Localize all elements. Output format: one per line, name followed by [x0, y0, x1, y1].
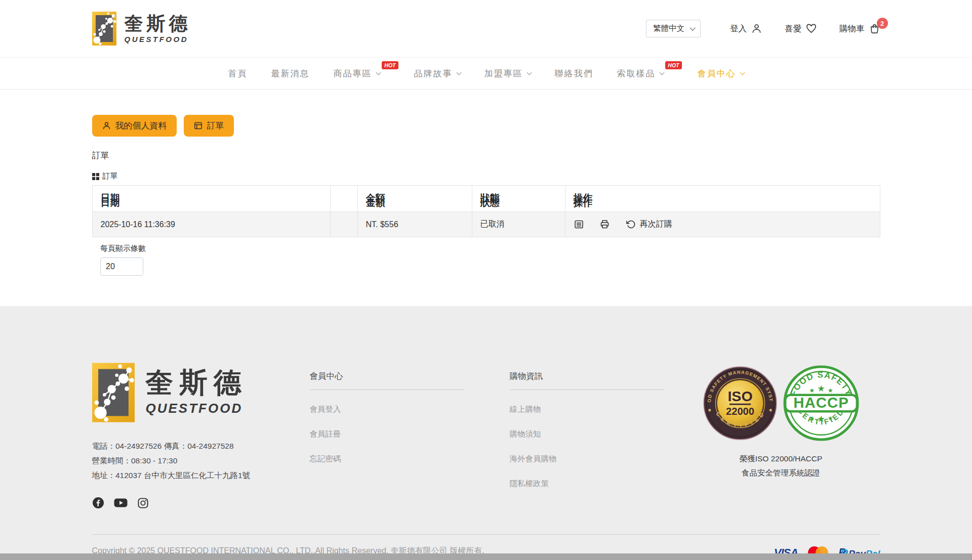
- star-icon: ★: [817, 383, 825, 394]
- footer-company-column: 奎斯德 QUESTFOOD 電話：04-24927526 傳真：04-24927…: [92, 363, 310, 511]
- youtube-icon: [114, 497, 128, 509]
- col-header-amount: 金額 金額: [357, 186, 472, 212]
- chevron-down-icon: [690, 25, 695, 30]
- orders-table: 日期 日期 金額 金額 狀態 狀態 操作 操作: [92, 185, 880, 282]
- contact-hours: 營業時間：08:30 - 17:30: [92, 453, 310, 468]
- order-spacer-cell: [330, 212, 357, 237]
- footer-member-heading: 會員中心: [310, 371, 464, 390]
- login-link[interactable]: 登入: [730, 23, 762, 34]
- chevron-down-icon: [659, 70, 664, 75]
- hot-badge: HOT: [382, 61, 398, 69]
- chevron-down-icon: [740, 70, 745, 75]
- logo-text-zh: 奎斯德: [125, 14, 191, 33]
- contact-address: 地址：412037 台中市大里區仁化工十九路1號: [92, 468, 310, 483]
- youtube-link[interactable]: [114, 497, 128, 511]
- iso22000-badge: FOOD SAFETY MANAGEMENT SYSTEM C E R T I …: [703, 366, 778, 441]
- footer-link-online-shopping[interactable]: 線上購物: [510, 404, 682, 415]
- social-links: [92, 497, 310, 511]
- footer-shopping-column: 購物資訊 線上購物 購物須知 海外會員購物 隱私權政策: [510, 363, 682, 489]
- nav-item-member-center[interactable]: 會員中心: [698, 68, 744, 79]
- order-amount-cell: NT. $556: [357, 212, 472, 237]
- cart-label: 購物車: [839, 23, 865, 34]
- haccp-badge: FOOD SAFETY CERTIFIED ★ ★ ★ HACCP ★ ★ ★: [783, 365, 860, 442]
- star-icon: ★: [809, 415, 815, 422]
- nav-item-franchise[interactable]: 加盟專區: [484, 68, 531, 79]
- footer-logo-text-zh: 奎斯德: [146, 369, 248, 397]
- nav-item-brand-story[interactable]: 品牌故事: [414, 68, 461, 79]
- language-select-value: 繁體中文: [653, 23, 684, 34]
- col-header-actions: 操作 操作: [565, 186, 880, 212]
- cart-count-badge: 2: [877, 18, 888, 29]
- orders-section-label: 訂單: [92, 171, 880, 181]
- per-page-label: 每頁顯示條數: [100, 244, 872, 253]
- footer-link-member-login[interactable]: 會員登入: [310, 404, 510, 415]
- logo-mark-icon: [92, 11, 116, 47]
- order-details-icon: [574, 219, 584, 230]
- orders-table-header-row: 日期 日期 金額 金額 狀態 狀態 操作 操作: [92, 186, 880, 212]
- order-form-icon: [193, 121, 203, 131]
- footer-member-column: 會員中心 會員登入 會員註冊 忘記密碼: [310, 363, 510, 464]
- logo[interactable]: 奎斯德 QUESTFOOD: [92, 11, 191, 47]
- col-header-spacer: [330, 186, 357, 212]
- page-title: 訂單: [92, 150, 880, 161]
- svg-text:HACCP: HACCP: [793, 394, 849, 411]
- col-header-date: 日期 日期: [92, 186, 330, 212]
- nav-item-samples[interactable]: 索取樣品 HOT: [617, 68, 664, 79]
- order-row: 2025-10-16 11:36:39 NT. $556 已取消: [92, 212, 880, 237]
- heart-icon: [805, 23, 817, 34]
- chevron-down-icon: [376, 70, 381, 75]
- rotate-ccw-icon: [625, 219, 636, 230]
- svg-text:22000: 22000: [726, 406, 754, 417]
- nav-item-contact[interactable]: 聯絡我們: [555, 68, 593, 79]
- view-order-button[interactable]: [574, 219, 584, 230]
- printer-icon: [599, 219, 610, 230]
- orders-button[interactable]: 訂單: [184, 115, 234, 137]
- reorder-button[interactable]: 再次訂購: [625, 219, 672, 230]
- star-icon: ★: [817, 414, 825, 424]
- logo-text-en: QUESTFOOD: [125, 35, 191, 44]
- star-icon: ★: [827, 415, 833, 422]
- chevron-down-icon: [456, 70, 461, 75]
- footer-link-member-register[interactable]: 會員註冊: [310, 429, 510, 440]
- grid-icon: [92, 173, 99, 180]
- certification-caption: 榮獲ISO 22000/HACCP 食品安全管理系統認證: [682, 452, 880, 480]
- profile-button[interactable]: 我的個人資料: [92, 115, 177, 137]
- footer-logo-text-en: QUESTFOOD: [146, 401, 248, 416]
- order-actions-cell: 再次訂購: [565, 212, 880, 237]
- login-label: 登入: [730, 23, 747, 34]
- main-nav: 首頁 最新消息 商品專區 HOT 品牌故事 加盟專區 聯絡我們 索取樣品 HOT…: [0, 57, 972, 90]
- logo-mark-icon: [92, 363, 135, 422]
- favorites-link[interactable]: 喜愛: [785, 23, 817, 34]
- nav-item-home[interactable]: 首頁: [228, 68, 248, 79]
- site-header: 奎斯德 QUESTFOOD 繁體中文 登入 喜愛: [0, 0, 972, 57]
- footer-shopping-heading: 購物資訊: [510, 371, 664, 390]
- language-select[interactable]: 繁體中文: [646, 20, 701, 37]
- star-icon: ★: [827, 387, 833, 394]
- per-page-input[interactable]: [100, 257, 143, 276]
- bottom-strip: [0, 553, 972, 560]
- footer-certifications: FOOD SAFETY MANAGEMENT SYSTEM C E R T I …: [682, 363, 880, 480]
- cart-link[interactable]: 購物車 2: [839, 23, 880, 34]
- order-date-cell: 2025-10-16 11:36:39: [92, 212, 330, 237]
- facebook-link[interactable]: [92, 497, 104, 511]
- footer-link-forgot-password[interactable]: 忘記密碼: [310, 454, 510, 464]
- svg-text:ISO: ISO: [727, 388, 752, 404]
- col-header-status: 狀態 狀態: [472, 186, 565, 212]
- chevron-down-icon: [526, 70, 532, 75]
- nav-item-news[interactable]: 最新消息: [271, 68, 310, 79]
- footer-link-overseas-shopping[interactable]: 海外會員購物: [510, 454, 682, 464]
- order-status-cell: 已取消: [472, 212, 565, 237]
- star-icon: ★: [809, 387, 815, 394]
- header-actions: 繁體中文 登入 喜愛 購物車: [646, 20, 880, 37]
- table-footer-row: 每頁顯示條數: [92, 237, 880, 282]
- facebook-icon: [92, 497, 104, 509]
- favorites-label: 喜愛: [785, 23, 801, 34]
- contact-phone-fax: 電話：04-24927526 傳真：04-24927528: [92, 439, 310, 453]
- main-content: 我的個人資料 訂單 訂單 訂單 日期: [92, 90, 880, 306]
- nav-item-products[interactable]: 商品專區 HOT: [334, 68, 380, 79]
- footer-link-privacy-policy[interactable]: 隱私權政策: [510, 479, 682, 489]
- member-buttons: 我的個人資料 訂單: [92, 115, 880, 137]
- footer-link-shopping-notice[interactable]: 購物須知: [510, 429, 682, 440]
- print-order-button[interactable]: [599, 219, 610, 230]
- instagram-link[interactable]: [137, 497, 149, 511]
